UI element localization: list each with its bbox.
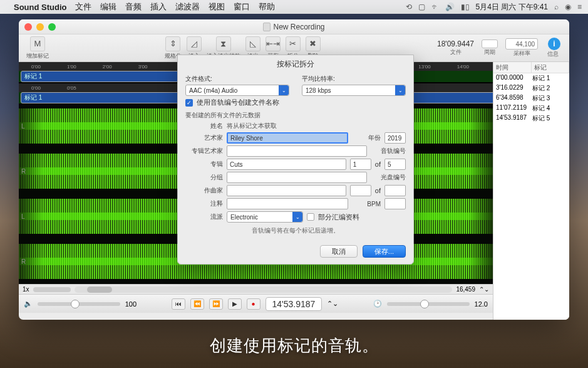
- save-button[interactable]: 保存...: [363, 245, 406, 258]
- fadefx-icon: ⧗: [216, 36, 231, 51]
- fadeout-icon: ◺: [245, 36, 260, 51]
- go-start-button[interactable]: ⏮: [172, 298, 185, 310]
- window-minimize[interactable]: [36, 23, 44, 31]
- overview-marker[interactable]: 标记 1: [21, 71, 178, 82]
- h-scrollbar[interactable]: [75, 287, 453, 293]
- cycle-toggle[interactable]: 周期: [482, 39, 498, 56]
- play-button[interactable]: ▶: [228, 298, 242, 310]
- vol-icon: 🔈: [24, 300, 33, 308]
- menu-help[interactable]: 帮助: [259, 1, 275, 13]
- bitrate-label: 平均比特率:: [302, 75, 406, 83]
- window-zoom[interactable]: [48, 23, 56, 31]
- marketing-caption: 创建使用标记的音轨。: [0, 335, 588, 357]
- info-button[interactable]: i信息: [545, 38, 560, 58]
- file-duration: 18'09.9447文件: [437, 39, 474, 56]
- split-icon: ✂: [286, 36, 301, 51]
- marker-row[interactable]: 6'34.8598标记 3: [493, 93, 569, 103]
- status-battery-icon[interactable]: ▮▯: [461, 3, 470, 11]
- disc-no-input[interactable]: [350, 185, 371, 196]
- speed-icon: 🕑: [373, 300, 382, 308]
- transport-bar: 🔈 100 ⏮ ⏪ ⏩ ▶ ● 14'53.9187 ⌃⌄ 🕑 12.0: [19, 294, 493, 313]
- dialog-hint: 音轨编号将在每个标记后递增。: [185, 226, 406, 235]
- time-stepper[interactable]: ⌃⌄: [327, 300, 338, 308]
- menu-filter[interactable]: 滤波器: [175, 1, 200, 13]
- marker-list: 时间 标记 0'00.0000标记 1 3'16.0229标记 2 6'34.8…: [493, 62, 569, 320]
- metadata-header: 要创建的所有文件的元数据: [185, 111, 406, 120]
- track-no-input[interactable]: 1: [350, 159, 371, 170]
- year-input[interactable]: 2019: [384, 132, 406, 144]
- titlebar[interactable]: New Recording: [19, 19, 569, 34]
- cursor-pos: 16,459: [456, 286, 475, 293]
- trim-icon: ⇤⇥: [266, 36, 281, 51]
- status-datetime[interactable]: 5月4日 周六 下午9:41: [476, 2, 548, 13]
- artist-input[interactable]: Riley Shore: [227, 132, 348, 144]
- marker-icon: M: [30, 36, 45, 51]
- genre-select[interactable]: Electronic⌄: [227, 211, 303, 223]
- menu-insert[interactable]: 插入: [150, 1, 167, 13]
- status-volume-icon[interactable]: 🔊: [445, 3, 455, 11]
- zoom-scrollbar[interactable]: 1x 16,459 ⌃⌄: [19, 284, 493, 294]
- file-format-label: 文件格式:: [185, 75, 289, 83]
- zoom-slider[interactable]: [33, 287, 71, 292]
- marker-row[interactable]: 0'00.0000标记 1: [493, 73, 569, 83]
- fadein-icon: ◿: [187, 36, 202, 51]
- siri-icon[interactable]: ◉: [565, 3, 571, 11]
- rewind-button[interactable]: ⏪: [190, 298, 204, 310]
- compilation-checkbox[interactable]: [307, 213, 314, 221]
- menu-window[interactable]: 窗口: [234, 1, 250, 13]
- composer-input[interactable]: [227, 185, 346, 196]
- marker-row[interactable]: 11'07.2119标记 4: [493, 103, 569, 113]
- delete-icon: ✖: [306, 36, 321, 51]
- disc-total-input[interactable]: [384, 185, 406, 196]
- add-marker-button[interactable]: M 增加标记: [26, 36, 49, 60]
- speed-slider[interactable]: [387, 302, 470, 306]
- sample-rate[interactable]: 44,100采样率: [505, 38, 538, 58]
- bitrate-select[interactable]: 128 kbps⌄: [302, 85, 406, 96]
- window-close[interactable]: [24, 23, 32, 31]
- spotlight-icon[interactable]: ⌕: [554, 3, 559, 11]
- menu-file[interactable]: 文件: [75, 1, 91, 13]
- normalize-icon: ⇕: [165, 36, 180, 51]
- col-time[interactable]: 时间: [493, 62, 532, 73]
- marker-row[interactable]: 3'16.0229标记 2: [493, 83, 569, 93]
- file-format-select[interactable]: AAC (m4a) Audio⌄: [185, 85, 289, 96]
- track-total-input[interactable]: 5: [384, 159, 406, 170]
- forward-button[interactable]: ⏩: [209, 298, 223, 310]
- stepper-icon[interactable]: ⌃⌄: [479, 286, 489, 293]
- time-display[interactable]: 14'53.9187: [266, 297, 322, 311]
- dialog-title: 按标记拆分: [178, 55, 413, 72]
- notification-center-icon[interactable]: ≡: [577, 3, 582, 11]
- status-airplay-icon[interactable]: ▢: [418, 3, 425, 11]
- info-icon: i: [548, 38, 560, 50]
- name-readonly: 将从标记文本获取: [227, 122, 406, 130]
- volume-slider[interactable]: [38, 302, 120, 306]
- menu-view[interactable]: 视图: [209, 1, 225, 13]
- chevron-down-icon: ⌄: [279, 85, 289, 95]
- status-sync-icon[interactable]: ⟲: [406, 3, 412, 11]
- compilation-label: 部分汇编资料: [318, 213, 359, 222]
- use-tracknum-label: 使用音轨编号创建文件名称: [197, 98, 279, 107]
- cancel-button[interactable]: 取消: [320, 245, 358, 258]
- window-title: New Recording: [273, 23, 324, 31]
- app-name[interactable]: Sound Studio: [14, 3, 66, 12]
- menu-edit[interactable]: 编辑: [100, 1, 116, 13]
- col-marker[interactable]: 标记: [532, 62, 570, 73]
- volume-value: 100: [125, 300, 137, 308]
- zoom-level: 1x: [23, 286, 29, 293]
- chevron-down-icon: ⌄: [395, 85, 405, 95]
- split-by-marker-dialog: 按标记拆分 文件格式: AAC (m4a) Audio⌄ 平均比特率: 128 …: [177, 55, 414, 265]
- menu-audio[interactable]: 音频: [125, 1, 142, 13]
- bpm-input[interactable]: [384, 198, 406, 209]
- status-wifi-icon[interactable]: ᯤ: [431, 3, 439, 11]
- album-input[interactable]: Cuts: [227, 159, 346, 170]
- chevron-down-icon: ⌄: [292, 212, 302, 222]
- album-artist-input[interactable]: [227, 145, 367, 157]
- record-button[interactable]: ●: [247, 298, 260, 310]
- speed-value: 12.0: [475, 300, 488, 308]
- document-icon: [263, 23, 271, 31]
- marker-row[interactable]: 14'53.9187标记 5: [493, 113, 569, 124]
- comment-input[interactable]: [227, 198, 348, 209]
- group-input[interactable]: [227, 172, 367, 183]
- use-tracknum-checkbox[interactable]: ✓: [185, 99, 193, 107]
- menubar: Sound Studio 文件 编辑 音频 插入 滤波器 视图 窗口 帮助 ⟲ …: [0, 0, 588, 14]
